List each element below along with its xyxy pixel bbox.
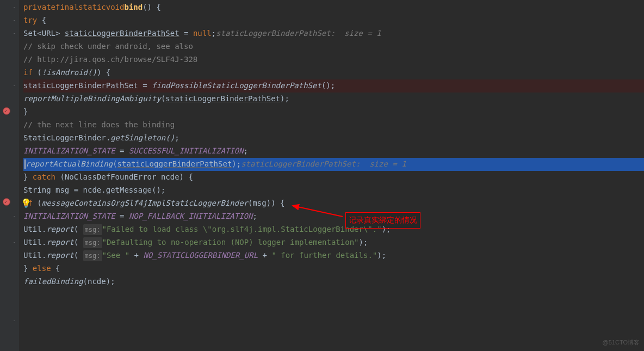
code-line: Util.report( msg: "Failed to load class … (23, 223, 644, 236)
code-line: } else { (23, 262, 644, 275)
code-line: } (23, 106, 644, 119)
code-line: failedBinding(ncde); (23, 275, 644, 288)
code-line: INITIALIZATION_STATE = NOP_FALLBACK_INIT… (23, 210, 644, 223)
code-line: // http://jira.qos.ch/browse/SLF4J-328 (23, 53, 644, 66)
code-line: // the next line does the binding (23, 119, 644, 132)
code-line: staticLoggerBinderPathSet = findPossible… (23, 79, 644, 93)
code-line: Util.report( msg: "Defaulting to no-oper… (23, 236, 644, 249)
fold-icon[interactable]: - (12, 4, 17, 9)
code-line: if (messageContainsOrgSlf4jImplStaticLog… (23, 197, 644, 210)
fold-icon[interactable]: - (12, 30, 17, 35)
code-line: INITIALIZATION_STATE = SUCCESSFUL_INITIA… (23, 145, 644, 158)
code-line: String msg = ncde.getMessage(); (23, 184, 644, 197)
code-line: Set<URL> staticLoggerBinderPathSet = nul… (23, 27, 644, 40)
code-line: try { (23, 14, 644, 27)
code-line: // skip check under android, see also (23, 40, 644, 53)
code-line: if (!isAndroid()) { (23, 66, 644, 79)
code-line: } catch (NoClassDefFoundError ncde) { (23, 171, 644, 184)
fold-icon[interactable]: - (12, 83, 17, 88)
gutter[interactable]: - - - - - - - (0, 0, 19, 351)
code-editor[interactable]: - - - - - - - 💡 private final static voi… (0, 0, 644, 351)
code-area[interactable]: private final static void bind() { try {… (19, 0, 644, 351)
current-line: reportActualBinding(staticLoggerBinderPa… (23, 158, 644, 171)
code-line: reportMultipleBindingAmbiguity(staticLog… (23, 93, 644, 106)
fold-icon[interactable]: - (12, 213, 17, 218)
code-line: private final static void bind() { (23, 1, 644, 14)
fold-icon[interactable]: - (12, 239, 17, 244)
code-line: Util.report( msg: "See " + NO_STATICLOGG… (23, 249, 644, 262)
breakpoint-icon[interactable] (3, 198, 10, 206)
fold-icon[interactable]: - (12, 17, 17, 22)
fold-icon[interactable]: - (12, 318, 17, 323)
breakpoint-icon[interactable] (3, 107, 10, 115)
watermark: @51CTO博客 (603, 337, 640, 348)
code-line: StaticLoggerBinder.getSingleton(); (23, 132, 644, 145)
